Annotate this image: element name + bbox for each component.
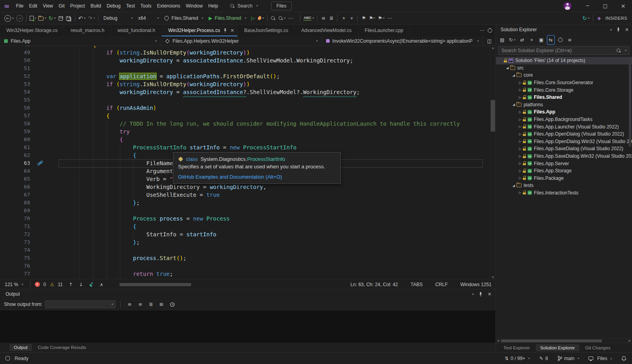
tab-FilesLauncher.cpp[interactable]: FilesLauncher.cpp — [359, 25, 410, 36]
breadcrumb-segment[interactable]: Files.App▾ — [0, 36, 161, 45]
code-cleanup-button[interactable] — [87, 280, 95, 289]
hot-reload-button[interactable]: ▾ — [257, 13, 265, 23]
new-file-button[interactable]: ▾ — [28, 13, 38, 23]
git-sync-button[interactable]: ⇅0 / 99+▾ — [505, 356, 530, 361]
menu-tools[interactable]: Tools — [138, 2, 154, 10]
code-line-50[interactable]: 50 workingDirectory = associatedInstance… — [0, 57, 490, 64]
menu-edit[interactable]: Edit — [27, 2, 40, 10]
expand-arrow-icon[interactable]: ▷ — [517, 125, 523, 128]
code-line-75[interactable]: 75 process.Start(); — [0, 254, 490, 262]
tree-item-Files.App[interactable]: ▷Files.App — [496, 108, 632, 116]
caret-position[interactable]: Ln: 63, Ch: 24, Col: 42 — [350, 282, 398, 287]
code-line-76[interactable]: 76 — [0, 262, 490, 270]
menu-project[interactable]: Project — [67, 2, 87, 10]
save-button[interactable] — [57, 13, 65, 23]
close-icon[interactable]: × — [625, 27, 629, 32]
word-wrap-button[interactable]: ≣ — [327, 13, 335, 23]
expand-arrow-icon[interactable]: ▷ — [517, 132, 523, 136]
menu-view[interactable]: View — [40, 2, 56, 10]
tree-item-Files.Shared[interactable]: ▷Files.Shared — [496, 94, 632, 101]
code-line-67[interactable]: 67 UseShellExecute = true — [0, 191, 490, 199]
git-pending-changes-button[interactable]: ✎8 — [539, 356, 548, 361]
next-bookmark-button[interactable]: ⚑→ — [377, 13, 386, 23]
tree-item-Files.App.OpenDialog.Win32 (Visual Studio 2022)[interactable]: ▷Files.App.OpenDialog.Win32 (Visual Stud… — [496, 138, 632, 145]
navigate-back-button[interactable]: ←▾ — [3, 13, 15, 23]
sync-with-active-document-button[interactable]: ⇆ — [547, 35, 555, 45]
code-line-73[interactable]: 73 }; — [0, 238, 490, 246]
bookmarks-overflow-button[interactable]: ⋯ — [386, 13, 394, 23]
code-line-56[interactable]: 56 if (runAsAdmin) — [0, 104, 490, 112]
open-file-button[interactable]: ▾ — [37, 13, 47, 23]
editor-vertical-scrollbar[interactable]: ▲ ▼ — [490, 46, 495, 279]
maximize-button[interactable]: □ — [596, 0, 614, 12]
expand-arrow-icon[interactable]: ▷ — [517, 88, 523, 92]
scroll-right-icon[interactable]: ▶ — [629, 339, 631, 342]
timestamps-button[interactable] — [168, 300, 176, 309]
send-feedback-button[interactable]: ◈ — [595, 13, 603, 23]
code-line-51[interactable]: 51 — [0, 64, 490, 72]
indent-mode[interactable]: TABS — [410, 282, 422, 287]
tree-item-Files.App.Server[interactable]: ▷Files.App.Server — [496, 160, 632, 167]
expand-arrow-icon[interactable]: ▷ — [517, 155, 523, 158]
navigate-forward-button[interactable]: → — [15, 13, 24, 23]
code-editor[interactable]: 48 {49 if (string.IsNullOrEmpty(workingD… — [0, 46, 495, 279]
code-line-71[interactable]: 71 { — [0, 223, 490, 230]
code-line-57[interactable]: 57 { — [0, 112, 490, 120]
tab-settings-gear-icon[interactable] — [488, 28, 492, 33]
toggle-bookmark-button[interactable]: ⚑ — [360, 13, 368, 23]
start-debugging-button[interactable]: ▶Files.Shared▾ — [206, 15, 249, 22]
toggle-whitespace-button[interactable]: ≡ — [319, 13, 327, 23]
run-target-button[interactable]: Files▴ — [588, 356, 612, 361]
expand-arrow-icon[interactable]: ▷ — [517, 162, 523, 165]
output-source-dropdown[interactable]: ▾ — [45, 300, 116, 308]
tree-item-Files.InteractionTests[interactable]: ▷Files.InteractionTests — [496, 189, 632, 197]
menu-help[interactable]: Help — [205, 2, 221, 10]
pin-icon[interactable] — [223, 28, 227, 33]
window-position-icon[interactable]: ▾ — [610, 28, 612, 32]
error-count[interactable]: 0 — [44, 282, 46, 287]
spell-checker-button[interactable]: ABC▾ — [302, 13, 315, 23]
next-message-button[interactable]: ≡ — [136, 300, 144, 309]
menu-debug[interactable]: Debug — [104, 2, 123, 10]
solution-configuration-dropdown[interactable]: Debug▾ — [101, 15, 135, 22]
tree-item-Files.Core.SourceGenerator[interactable]: ▷Files.Core.SourceGenerator — [496, 79, 632, 87]
tooltip-doc-link[interactable]: GitHub Examples and Documentation (Alt+O… — [178, 174, 336, 180]
startup-project-dropdown[interactable]: Files.Shared▾ — [161, 15, 206, 22]
encoding-mode[interactable]: Windows 1251 — [460, 282, 492, 287]
breadcrumb-segment[interactable]: Files.App.Helpers.Win32Helper▾ — [161, 36, 322, 45]
link-indicator-icon[interactable] — [37, 160, 43, 166]
code-line-69[interactable]: 69 — [0, 207, 490, 215]
find-next-button[interactable]: ▾ — [277, 13, 287, 23]
tree-item-Files.App.SaveDialog (Visual Studio 2022)[interactable]: ▷Files.App.SaveDialog (Visual Studio 202… — [496, 145, 632, 153]
tree-vertical-scrollbar[interactable] — [628, 56, 632, 338]
tab-Win32Helper.Process.cs[interactable]: Win32Helper.Process.cs× — [162, 25, 238, 36]
code-line-72[interactable]: 72 StartInfo = startInfo — [0, 230, 490, 238]
code-line-60[interactable]: 60 { — [0, 136, 490, 143]
scrollbar-thumb[interactable] — [629, 58, 631, 147]
previous-issue-button[interactable]: ↑ — [66, 280, 74, 289]
expand-arrow-icon[interactable]: ▷ — [517, 81, 523, 85]
solution-platform-dropdown[interactable]: x64▾ — [135, 15, 161, 22]
account-avatar[interactable] — [564, 2, 571, 10]
collapse-issues-button[interactable]: ∧ — [97, 280, 105, 289]
restore-solution-button[interactable]: ↻▾ — [47, 13, 57, 23]
previous-bookmark-button[interactable]: ⚑← — [368, 13, 377, 23]
panel-tab-Solution Explorer[interactable]: Solution Explorer — [536, 344, 579, 351]
indent-increase-button[interactable]: » — [347, 13, 355, 23]
code-line-66[interactable]: 66 WorkingDirectory = workingDirectory, — [0, 183, 490, 191]
panel-tab-Code Coverage Results[interactable]: Code Coverage Results — [34, 344, 91, 351]
tree-item-Files.App.BackgroundTasks[interactable]: ▷Files.App.BackgroundTasks — [496, 116, 632, 123]
tab-overflow-button[interactable]: ⋯ — [480, 28, 484, 33]
tab-wistd_functional.h[interactable]: wistd_functional.h — [111, 25, 162, 36]
properties-button[interactable]: ≡ — [566, 35, 574, 45]
error-icon[interactable]: ✕ — [35, 282, 40, 287]
collapse-all-button[interactable]: « — [528, 35, 536, 45]
code-line-49[interactable]: 49 if (string.IsNullOrEmpty(workingDirec… — [0, 49, 490, 57]
code-line-48[interactable]: 48 { — [0, 46, 490, 49]
editor-horizontal-scrollbar[interactable] — [112, 282, 343, 287]
search-control[interactable]: Search ▾ — [226, 2, 262, 10]
expand-arrow-icon[interactable]: ▷ — [517, 118, 523, 121]
browser-link-refresh-button[interactable]: ↻▾ — [581, 13, 591, 23]
panel-tab-Test Explorer[interactable]: Test Explorer — [499, 344, 534, 351]
menu-extensions[interactable]: Extensions — [154, 2, 183, 10]
